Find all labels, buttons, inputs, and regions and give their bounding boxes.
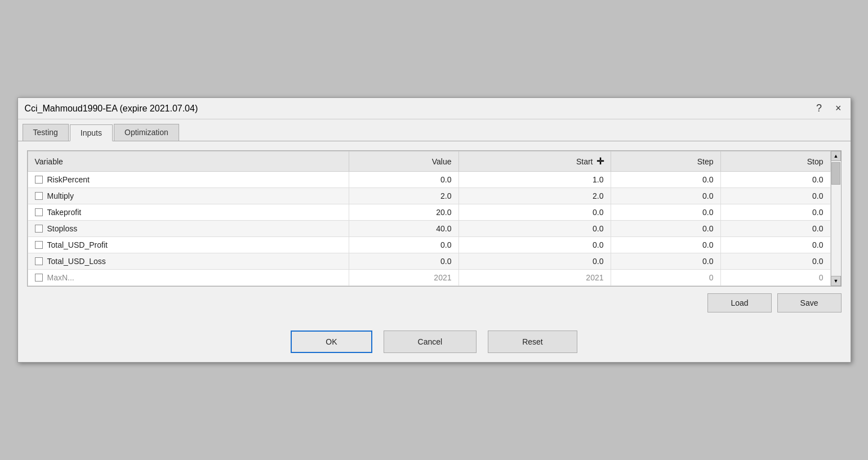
tab-inputs[interactable]: Inputs — [70, 124, 113, 141]
row-checkbox[interactable] — [35, 225, 43, 233]
cell-start[interactable]: 2.0 — [459, 188, 611, 204]
cell-variable: Total_USD_Profit — [28, 237, 349, 253]
reset-button[interactable]: Reset — [488, 331, 577, 353]
bottom-buttons: OK Cancel Reset — [18, 321, 851, 362]
save-button[interactable]: Save — [777, 293, 842, 312]
variable-name: MaxN... — [47, 273, 74, 282]
cell-value[interactable]: 0.0 — [349, 253, 459, 270]
cell-variable: MaxN... — [28, 270, 349, 286]
scrollbar[interactable]: ▲ ▼ — [831, 151, 841, 286]
cell-step[interactable]: 0.0 — [611, 237, 720, 253]
cell-variable: Multiply — [28, 188, 349, 204]
variable-name: Total_USD_Profit — [47, 240, 108, 249]
scroll-track[interactable] — [831, 161, 841, 276]
table-row: Takeprofit20.00.00.00.0 — [28, 204, 830, 221]
cell-stop[interactable]: 0.0 — [720, 253, 830, 270]
dialog-body: Variable Value Start ✛ Step Stop — [18, 141, 851, 321]
scroll-thumb[interactable] — [831, 162, 840, 185]
variable-name: Stoploss — [47, 224, 78, 233]
cell-value[interactable]: 2021 — [349, 270, 459, 286]
cell-start[interactable]: 0.0 — [459, 221, 611, 237]
row-checkbox[interactable] — [35, 208, 43, 216]
col-header-variable: Variable — [28, 151, 349, 172]
load-button[interactable]: Load — [707, 293, 771, 312]
row-checkbox[interactable] — [35, 257, 43, 265]
dialog-window: Cci_Mahmoud1990-EA (expire 2021.07.04) ?… — [17, 97, 851, 363]
cell-variable: Total_USD_Loss — [28, 253, 349, 270]
close-button[interactable]: × — [833, 102, 844, 114]
row-checkbox[interactable] — [35, 192, 43, 200]
row-checkbox[interactable] — [35, 274, 43, 282]
table-row: Total_USD_Loss0.00.00.00.0 — [28, 253, 830, 270]
col-header-stop: Stop — [720, 151, 830, 172]
cell-variable: Takeprofit — [28, 204, 349, 221]
cell-step[interactable]: 0 — [611, 270, 720, 286]
cell-value[interactable]: 20.0 — [349, 204, 459, 221]
cell-value[interactable]: 40.0 — [349, 221, 459, 237]
resize-cursor-icon: ✛ — [597, 156, 604, 167]
cell-value[interactable]: 0.0 — [349, 172, 459, 188]
cell-step[interactable]: 0.0 — [611, 221, 720, 237]
col-header-value: Value — [349, 151, 459, 172]
cell-stop[interactable]: 0.0 — [720, 172, 830, 188]
variable-name: Total_USD_Loss — [47, 257, 106, 266]
scroll-up-button[interactable]: ▲ — [831, 151, 841, 161]
tab-bar: Testing Inputs Optimization — [18, 119, 851, 141]
cell-step[interactable]: 0.0 — [611, 188, 720, 204]
ok-button[interactable]: OK — [291, 331, 372, 353]
cell-value[interactable]: 2.0 — [349, 188, 459, 204]
cell-stop[interactable]: 0.0 — [720, 204, 830, 221]
cell-stop[interactable]: 0.0 — [720, 221, 830, 237]
row-checkbox[interactable] — [35, 241, 43, 249]
title-bar: Cci_Mahmoud1990-EA (expire 2021.07.04) ?… — [18, 98, 851, 119]
inputs-table-container: Variable Value Start ✛ Step Stop — [27, 150, 842, 287]
table-row: RiskPercent0.01.00.00.0 — [28, 172, 830, 188]
cell-step[interactable]: 0.0 — [611, 253, 720, 270]
window-title: Cci_Mahmoud1990-EA (expire 2021.07.04) — [25, 104, 198, 114]
cell-stop[interactable]: 0.0 — [720, 188, 830, 204]
table-scroll-area: Variable Value Start ✛ Step Stop — [28, 151, 831, 286]
cell-value[interactable]: 0.0 — [349, 237, 459, 253]
table-row: Multiply2.02.00.00.0 — [28, 188, 830, 204]
cell-stop[interactable]: 0 — [720, 270, 830, 286]
col-header-step: Step — [611, 151, 720, 172]
tab-testing[interactable]: Testing — [23, 124, 69, 141]
col-header-start: Start ✛ — [459, 151, 611, 172]
cell-start[interactable]: 2021 — [459, 270, 611, 286]
cell-start[interactable]: 1.0 — [459, 172, 611, 188]
title-bar-buttons: ? × — [814, 102, 844, 114]
cell-start[interactable]: 0.0 — [459, 237, 611, 253]
row-checkbox[interactable] — [35, 176, 43, 184]
table-header-row: Variable Value Start ✛ Step Stop — [28, 151, 830, 172]
cell-step[interactable]: 0.0 — [611, 204, 720, 221]
cancel-button[interactable]: Cancel — [384, 331, 477, 353]
cell-variable: Stoploss — [28, 221, 349, 237]
cell-stop[interactable]: 0.0 — [720, 237, 830, 253]
scroll-down-button[interactable]: ▼ — [831, 276, 841, 286]
cell-start[interactable]: 0.0 — [459, 204, 611, 221]
table-row: Stoploss40.00.00.00.0 — [28, 221, 830, 237]
variable-name: RiskPercent — [47, 175, 90, 184]
tab-optimization[interactable]: Optimization — [114, 124, 179, 141]
cell-step[interactable]: 0.0 — [611, 172, 720, 188]
action-row: Load Save — [27, 293, 842, 312]
inputs-table: Variable Value Start ✛ Step Stop — [28, 151, 831, 286]
variable-name: Takeprofit — [47, 208, 82, 217]
cell-start[interactable]: 0.0 — [459, 253, 611, 270]
table-row: Total_USD_Profit0.00.00.00.0 — [28, 237, 830, 253]
cell-variable: RiskPercent — [28, 172, 349, 188]
help-button[interactable]: ? — [814, 102, 824, 114]
table-row: MaxN...2021202100 — [28, 270, 830, 286]
variable-name: Multiply — [47, 191, 74, 200]
